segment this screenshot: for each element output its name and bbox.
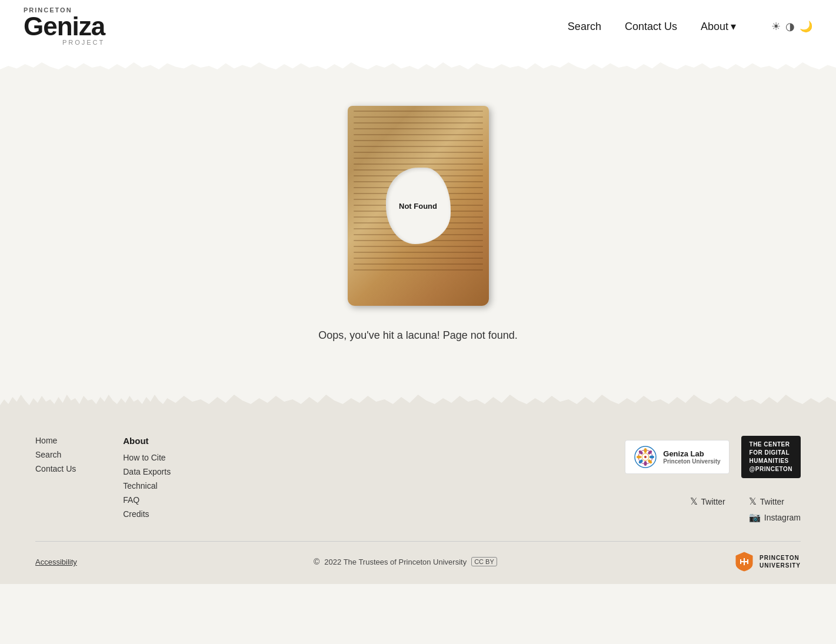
nav-about[interactable]: About ▾ — [701, 20, 736, 33]
footer-logos-row: Geniza Lab Princeton University THE CENT… — [625, 436, 801, 478]
footer-social: 𝕏 Twitter 𝕏 Twitter 📷 Instagram — [690, 496, 801, 523]
footer-social-col-2: 𝕏 Twitter 📷 Instagram — [749, 496, 801, 523]
twitter-icon-2: 𝕏 — [749, 496, 757, 507]
main-content: Not Found Oops, you've hit a lacuna! Pag… — [0, 71, 836, 389]
footer-main: Home Search Contact Us About How to Cite… — [35, 436, 801, 541]
footer-link-home[interactable]: Home — [35, 436, 76, 445]
cdh-logo[interactable]: THE CENTER FOR DIGITAL HUMANITIES @PRINC… — [741, 436, 801, 478]
footer-about-heading: About — [123, 436, 171, 446]
not-found-image: Not Found — [348, 106, 489, 306]
footer-bottom: Accessibility © 2022 The Trustees of Pri… — [35, 541, 801, 572]
nav-contact-us[interactable]: Contact Us — [625, 21, 677, 33]
svg-point-8 — [644, 461, 647, 466]
footer-link-contact[interactable]: Contact Us — [35, 464, 76, 473]
logo-geniza: Geniza — [24, 14, 105, 39]
header: PRINCETON Geniza PROJECT Search Contact … — [0, 0, 836, 53]
cc-badge: CC BY — [471, 557, 497, 566]
logo[interactable]: PRINCETON Geniza PROJECT — [24, 7, 105, 46]
instagram-icon: 📷 — [749, 512, 761, 523]
chevron-down-icon: ▾ — [731, 20, 736, 33]
footer-link-how-to-cite[interactable]: How to Cite — [123, 453, 171, 462]
footer-link-faq[interactable]: FAQ — [123, 495, 171, 505]
dark-mode-icon[interactable]: 🌙 — [800, 20, 812, 33]
footer-col-1: Home Search Contact Us — [35, 436, 76, 523]
princeton-footer-text: PRINCETON UNIVERSITY — [760, 554, 801, 569]
cdh-twitter-link[interactable]: 𝕏 Twitter — [749, 496, 801, 507]
geniza-mandala-icon — [634, 445, 657, 469]
footer-social-col-1: 𝕏 Twitter — [690, 496, 725, 523]
footer-logos: Geniza Lab Princeton University THE CENT… — [625, 436, 801, 523]
princeton-shield-icon — [734, 551, 755, 572]
svg-point-10 — [637, 456, 641, 459]
footer-copyright: © 2022 The Trustees of Princeton Univers… — [314, 557, 497, 566]
not-found-label: Not Found — [399, 202, 437, 211]
accessibility-link[interactable]: Accessibility — [35, 558, 77, 566]
footer-link-credits[interactable]: Credits — [123, 509, 171, 519]
theme-switcher: ☀ ◑ 🌙 — [771, 20, 812, 33]
cdh-instagram-link[interactable]: 📷 Instagram — [749, 512, 801, 523]
nav-search[interactable]: Search — [568, 21, 601, 33]
geniza-twitter-link[interactable]: 𝕏 Twitter — [690, 496, 725, 507]
svg-point-3 — [644, 456, 647, 458]
footer-link-search[interactable]: Search — [35, 450, 76, 459]
footer-link-technical[interactable]: Technical — [123, 481, 171, 490]
svg-point-4 — [644, 448, 647, 453]
footer-link-data-exports[interactable]: Data Exports — [123, 467, 171, 476]
copyright-text: 2022 The Trustees of Princeton Universit… — [324, 558, 467, 566]
princeton-footer-logo[interactable]: PRINCETON UNIVERSITY — [734, 551, 801, 572]
footer-nav: Home Search Contact Us About How to Cite… — [35, 436, 171, 523]
geniza-lab-logo[interactable]: Geniza Lab Princeton University — [625, 440, 729, 474]
footer-torn-top — [0, 389, 836, 412]
footer-accessibility: Accessibility — [35, 556, 77, 567]
contrast-mode-icon[interactable]: ◑ — [785, 20, 795, 33]
scroll-tear: Not Found — [386, 168, 451, 244]
footer-col-2: About How to Cite Data Exports Technical… — [123, 436, 171, 523]
svg-point-6 — [650, 456, 654, 459]
torn-edge-top — [0, 53, 836, 71]
error-message: Oops, you've hit a lacuna! Page not foun… — [318, 329, 518, 342]
footer: Home Search Contact Us About How to Cite… — [0, 412, 836, 584]
copyright-icon: © — [314, 557, 319, 566]
light-mode-icon[interactable]: ☀ — [771, 20, 781, 33]
twitter-icon-1: 𝕏 — [690, 496, 698, 507]
main-nav: Search Contact Us About ▾ ☀ ◑ 🌙 — [568, 20, 812, 33]
geniza-lab-text: Geniza Lab Princeton University — [663, 449, 720, 465]
logo-project: PROJECT — [24, 39, 105, 46]
